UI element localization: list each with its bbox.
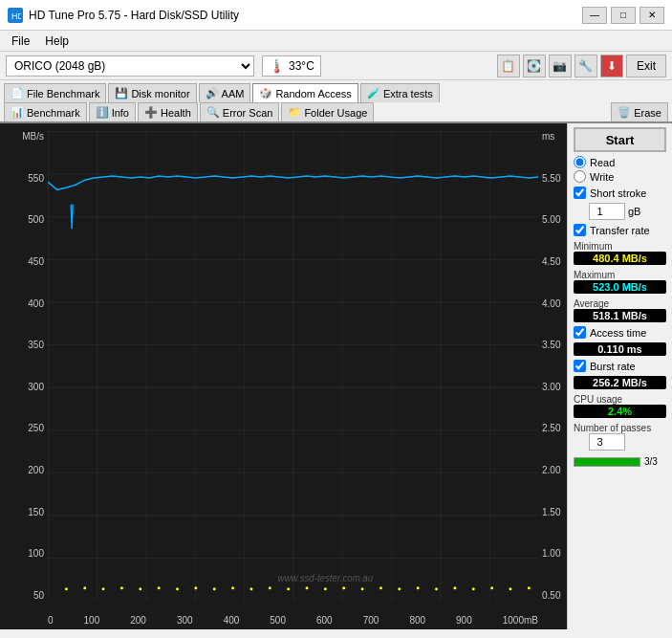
svg-point-6	[102, 587, 105, 590]
menu-help[interactable]: Help	[37, 33, 76, 50]
max-label: Maximum	[574, 270, 666, 280]
svg-point-21	[379, 586, 382, 589]
menu-file[interactable]: File	[4, 33, 37, 50]
x-label-100: 100	[84, 615, 100, 626]
y-right-500: 5.00	[542, 214, 560, 225]
svg-point-5	[83, 586, 86, 589]
tab-file-benchmark[interactable]: 📄 File Benchmark	[4, 83, 106, 102]
y-label-100: 100	[28, 548, 44, 559]
access-time-checkbox-row: Access time	[574, 326, 666, 339]
burst-rate-value: 256.2 MB/s	[574, 376, 666, 389]
temperature-display: 🌡️ 33°C	[262, 55, 321, 77]
folder-usage-icon: 📁	[288, 106, 301, 119]
passes-spinbox[interactable]	[589, 433, 625, 451]
min-stat: Minimum 480.4 MB/s	[574, 240, 666, 265]
svg-point-11	[194, 586, 197, 589]
x-label-600: 600	[316, 615, 333, 626]
title-bar: HD HD Tune Pro 5.75 - Hard Disk/SSD Util…	[0, 0, 672, 31]
y-right-150: 1.50	[542, 507, 560, 517]
burst-rate-label: Burst rate	[590, 361, 636, 372]
y-right-450: 4.50	[542, 256, 560, 267]
svg-point-9	[158, 586, 161, 589]
burst-rate-checkbox[interactable]	[574, 360, 586, 372]
x-label-0: 0	[48, 615, 54, 626]
tab-error-scan[interactable]: 🔍 Error Scan	[200, 102, 280, 121]
y-label-250: 250	[28, 423, 44, 433]
tab-info[interactable]: ℹ️ Info	[89, 102, 136, 121]
svg-point-27	[490, 586, 493, 589]
disk-monitor-icon: 💾	[115, 87, 128, 99]
tab-erase[interactable]: 🗑️ Erase	[611, 102, 668, 121]
exit-button[interactable]: Exit	[626, 55, 666, 77]
y-label-300: 300	[28, 382, 44, 392]
menu-bar: File Help	[0, 31, 672, 52]
thermometer-icon: 🌡️	[269, 58, 285, 74]
tabs-row2: 📊 Benchmark ℹ️ Info ➕ Health 🔍 Error Sca…	[0, 102, 672, 123]
transfer-rate-checkbox[interactable]	[574, 224, 586, 236]
maximize-button[interactable]: □	[611, 7, 636, 24]
minimize-button[interactable]: —	[582, 7, 607, 24]
error-scan-icon: 🔍	[206, 106, 220, 119]
write-radio[interactable]	[574, 170, 586, 183]
start-button[interactable]: Start	[574, 127, 666, 152]
passes-label: Number of passes	[574, 423, 666, 433]
min-label: Minimum	[574, 241, 666, 252]
svg-point-14	[249, 587, 252, 590]
read-label: Read	[590, 157, 615, 168]
app-icon: HD	[8, 8, 23, 23]
progress-text: 3/3	[644, 456, 658, 467]
y-label-200: 200	[28, 465, 44, 475]
toolbar-icon-5[interactable]: ⬇	[600, 55, 623, 77]
y-right-100: 1.00	[542, 548, 560, 559]
y-label-400: 400	[28, 298, 44, 309]
tab-disk-monitor[interactable]: 💾 Disk monitor	[108, 83, 196, 102]
short-stroke-spinbox[interactable]	[589, 203, 625, 220]
toolbar-icon-4[interactable]: 🔧	[574, 55, 597, 77]
y-right-550: 5.50	[542, 173, 560, 184]
passes-group: Number of passes	[574, 422, 666, 451]
access-time-label: Access time	[590, 327, 646, 339]
read-write-group: Read Write	[574, 156, 666, 183]
chart-area: MB/s 550 500 450 400 350 300 250 200 150…	[0, 123, 567, 629]
close-button[interactable]: ✕	[639, 7, 664, 24]
tab-random-access[interactable]: 🎲 Random Access	[252, 83, 358, 102]
svg-point-15	[269, 586, 271, 589]
svg-point-25	[453, 586, 456, 589]
file-benchmark-icon: 📄	[11, 87, 24, 99]
short-stroke-row: Short stroke	[574, 187, 666, 199]
svg-point-17	[306, 586, 309, 589]
short-stroke-checkbox[interactable]	[574, 187, 586, 199]
tab-extra-tests[interactable]: 🧪 Extra tests	[360, 83, 440, 102]
window-title: HD Tune Pro 5.75 - Hard Disk/SSD Utility	[29, 9, 239, 22]
cpu-usage-label: CPU usage	[574, 394, 666, 405]
toolbar-icon-2[interactable]: 💽	[523, 55, 546, 77]
cpu-usage-value: 2.4%	[574, 405, 666, 418]
svg-rect-3	[48, 131, 538, 601]
read-radio[interactable]	[574, 156, 586, 168]
toolbar-icon-3[interactable]: 📷	[549, 55, 572, 77]
right-panel: Start Read Write Short stroke gB Transfe…	[567, 123, 672, 629]
aam-icon: 🔊	[206, 87, 219, 99]
tab-health[interactable]: ➕ Health	[138, 102, 198, 121]
info-icon: ℹ️	[96, 106, 109, 119]
y-label-450: 450	[28, 256, 44, 267]
tab-benchmark[interactable]: 📊 Benchmark	[4, 102, 87, 121]
access-time-value: 0.110 ms	[574, 342, 666, 356]
tab-aam[interactable]: 🔊 AAM	[199, 83, 251, 102]
main-content: MB/s 550 500 450 400 350 300 250 200 150…	[0, 123, 672, 629]
temperature-value: 33°C	[289, 59, 314, 73]
access-time-checkbox[interactable]	[574, 326, 586, 339]
tab-folder-usage[interactable]: 📁 Folder Usage	[281, 102, 374, 121]
x-label-400: 400	[224, 615, 240, 626]
transfer-rate-row: Transfer rate	[574, 224, 666, 236]
max-value: 523.0 MB/s	[574, 280, 666, 294]
toolbar-icon-1[interactable]: 📋	[497, 55, 520, 77]
random-access-icon: 🎲	[259, 87, 272, 99]
svg-text:HD: HD	[11, 11, 21, 21]
drive-select[interactable]: ORICO (2048 gB)	[6, 55, 254, 77]
y-unit-right: ms	[542, 131, 554, 142]
write-label: Write	[590, 171, 614, 183]
write-radio-row: Write	[574, 170, 666, 183]
svg-point-20	[361, 587, 364, 590]
transfer-rate-label: Transfer rate	[590, 225, 650, 236]
